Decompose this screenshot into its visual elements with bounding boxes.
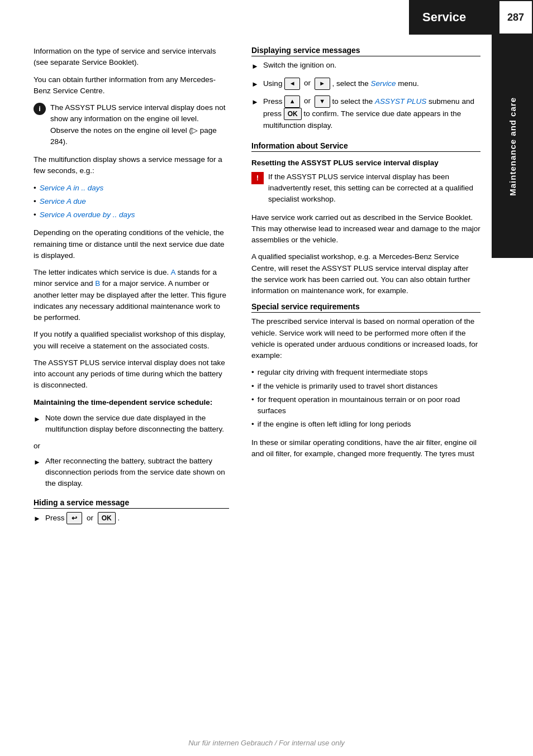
arrow-icon-3: ► xyxy=(34,513,41,524)
hiding-instruction: ► Press ↩ or OK . xyxy=(34,512,229,524)
right-column: Displaying service messages ► Switch the… xyxy=(240,46,492,530)
hiding-heading: Hiding a service message xyxy=(34,498,229,509)
resetting-subheading: Resetting the ASSYST PLUS service interv… xyxy=(251,159,480,167)
special-end-p: In these or similar operating conditions… xyxy=(251,437,480,460)
main-content: Information on the type of service and s… xyxy=(0,35,492,541)
arrow-icon-1: ► xyxy=(34,414,41,436)
step3: ► Press ▲ or ▼ to select the ASSYST PLUS… xyxy=(251,95,480,131)
notify-p: If you notify a qualified specialist wor… xyxy=(34,329,229,352)
depending-p: Depending on the operating conditions of… xyxy=(34,227,229,261)
assyst-p: The ASSYST PLUS service interval display… xyxy=(34,357,229,391)
bullet-note-down: ► Note down the service due date display… xyxy=(34,413,229,436)
warning-text: If the ASSYST PLUS service interval disp… xyxy=(268,171,480,205)
warning-icon: ! xyxy=(251,172,264,184)
ok-key-confirm[interactable]: OK xyxy=(284,108,302,120)
qualified-p: A qualified specialist workshop, e.g. a … xyxy=(251,251,480,296)
service-list: Service A in .. days Service A due Servi… xyxy=(34,183,229,221)
arrow-icon-5: ► xyxy=(251,79,259,90)
arrow-icon-2: ► xyxy=(34,457,41,490)
info-service-heading: Information about Service xyxy=(251,141,480,152)
right-key[interactable]: ► xyxy=(315,78,330,90)
special-item-3: for frequent operation in mountainous te… xyxy=(251,394,480,417)
back-key[interactable]: ↩ xyxy=(66,512,82,524)
watermark: Nur für internen Gebrauch / For internal… xyxy=(0,739,533,747)
special-list: regular city driving with frequent inter… xyxy=(251,367,480,430)
arrow-icon-6: ► xyxy=(251,97,259,131)
special-item-4: if the engine is often left idling for l… xyxy=(251,419,480,430)
special-item-1: regular city driving with frequent inter… xyxy=(251,367,480,378)
down-key[interactable]: ▼ xyxy=(315,95,330,108)
left-column: Information on the type of service and s… xyxy=(0,46,240,530)
ok-key-hide[interactable]: OK xyxy=(98,512,116,524)
step2: ► Using ◄ or ► , select the Service menu… xyxy=(251,78,480,90)
intro-p1: Information on the type of service and s… xyxy=(34,46,229,69)
bullet-reconnect: ► After reconnecting the battery, subtra… xyxy=(34,456,229,490)
warning-box: ! If the ASSYST PLUS service interval di… xyxy=(251,171,480,205)
service-item-1: Service A in .. days xyxy=(34,183,229,194)
service-item-3: Service A overdue by .. days xyxy=(34,209,229,221)
header: Service 287 xyxy=(0,0,533,35)
special-item-2: if the vehicle is primarily used to trav… xyxy=(251,381,480,392)
sidebar-tab: Maintenance and care xyxy=(492,35,533,258)
multifunction-p: The multifunction display shows a servic… xyxy=(34,154,229,177)
service-item-2: Service A due xyxy=(34,196,229,207)
step1: ► Switch the ignition on. xyxy=(251,60,480,72)
left-key[interactable]: ◄ xyxy=(284,78,300,90)
displaying-heading: Displaying service messages xyxy=(251,46,480,56)
special-p: The prescribed service interval is based… xyxy=(251,316,480,361)
maintaining-heading: Maintaining the time-dependent service s… xyxy=(34,397,229,408)
intro-p2: You can obtain further information from … xyxy=(34,74,229,97)
special-heading: Special service requirements xyxy=(251,302,480,313)
info-box: i The ASSYST PLUS service interval displ… xyxy=(34,102,229,147)
info-box-text: The ASSYST PLUS service interval display… xyxy=(50,102,229,147)
letter-p: The letter indicates which service is du… xyxy=(34,267,229,323)
have-service-p: Have service work carried out as describ… xyxy=(251,212,480,246)
header-title: Service xyxy=(409,0,498,35)
page-number: 287 xyxy=(498,0,533,35)
arrow-icon-4: ► xyxy=(251,61,259,72)
info-icon: i xyxy=(34,103,46,115)
or-text: or xyxy=(34,441,229,452)
up-key[interactable]: ▲ xyxy=(284,95,300,108)
